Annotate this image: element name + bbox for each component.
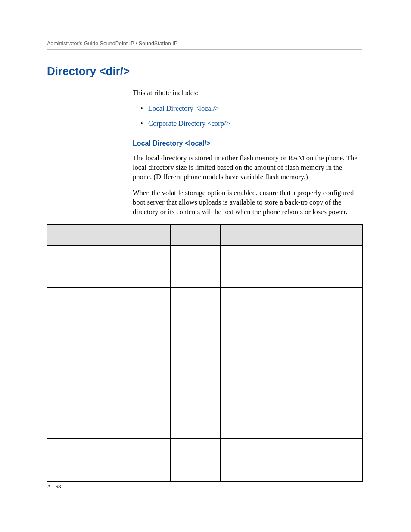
link-local-directory[interactable]: Local Directory <local/> (148, 104, 219, 112)
table-cell (171, 288, 221, 330)
attribute-link-list: Local Directory <local/> Corporate Direc… (133, 104, 362, 128)
table-cell (221, 246, 255, 288)
table-header-cell (255, 225, 363, 246)
table-row (47, 246, 363, 288)
table-header-cell (171, 225, 221, 246)
page-number: A - 68 (47, 483, 61, 490)
table-cell (255, 246, 363, 288)
attribute-table (47, 224, 363, 482)
table-cell (47, 288, 171, 330)
table-cell (221, 439, 255, 482)
table-cell (255, 330, 363, 439)
body-paragraph: The local directory is stored in either … (133, 153, 362, 182)
table-row (47, 330, 363, 439)
table-cell (47, 439, 171, 482)
list-item: Corporate Directory <corp/> (133, 119, 362, 128)
table-row (47, 439, 363, 482)
table-cell (255, 288, 363, 330)
table-cell (171, 330, 221, 439)
section-heading: Directory <dir/> (47, 65, 362, 78)
table-header-cell (221, 225, 255, 246)
table-cell (47, 246, 171, 288)
table-cell (221, 288, 255, 330)
table-cell (47, 330, 171, 439)
header-rule (47, 49, 362, 50)
intro-paragraph: This attribute includes: (133, 88, 362, 98)
table-header-cell (47, 225, 171, 246)
list-item: Local Directory <local/> (133, 104, 362, 113)
table-header-row (47, 225, 363, 246)
table-row (47, 288, 363, 330)
body-paragraph: When the volatile storage option is enab… (133, 188, 362, 217)
subsection-heading: Local Directory <local/> (133, 140, 362, 147)
link-corporate-directory[interactable]: Corporate Directory <corp/> (148, 119, 230, 128)
table-cell (171, 439, 221, 482)
table-cell (255, 439, 363, 482)
table-cell (221, 330, 255, 439)
table-cell (171, 246, 221, 288)
running-header: Administrator's Guide SoundPoint IP / So… (47, 40, 362, 47)
